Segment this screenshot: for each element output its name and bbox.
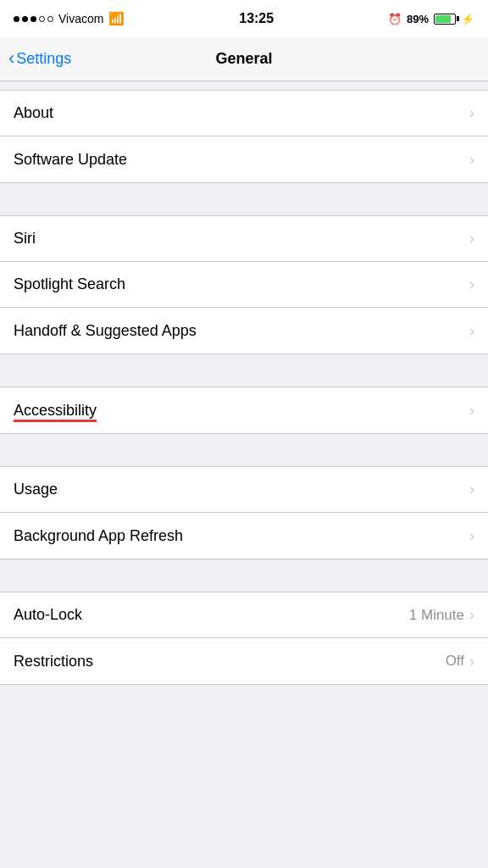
restrictions-chevron-icon: › bbox=[469, 653, 474, 670]
battery-fill bbox=[435, 15, 451, 23]
list-item-about[interactable]: About › bbox=[0, 91, 488, 136]
signal-dots bbox=[14, 16, 53, 22]
carrier-label: Vivacom bbox=[58, 12, 103, 25]
accessibility-chevron-icon: › bbox=[469, 402, 474, 420]
usage-label: Usage bbox=[14, 481, 58, 498]
background-app-refresh-label: Background App Refresh bbox=[14, 527, 183, 545]
section-1: About › Software Update › bbox=[0, 90, 488, 183]
handoff-chevron-icon: › bbox=[469, 322, 474, 340]
section-gap-top bbox=[0, 81, 488, 90]
list-item-handoff[interactable]: Handoff & Suggested Apps › bbox=[0, 308, 488, 353]
dot3 bbox=[30, 16, 36, 22]
usage-chevron-icon: › bbox=[469, 481, 474, 498]
settings-content: About › Software Update › Siri › bbox=[0, 81, 488, 685]
status-right: ⏰ 89% ⚡ bbox=[388, 13, 474, 25]
handoff-label: Handoff & Suggested Apps bbox=[14, 322, 197, 340]
alarm-icon: ⏰ bbox=[388, 13, 402, 25]
list-item-restrictions[interactable]: Restrictions Off › bbox=[0, 638, 488, 684]
siri-label: Siri bbox=[14, 230, 36, 248]
section-2: Siri › Spotlight Search › Handoff & Sugg… bbox=[0, 215, 488, 354]
siri-chevron-icon: › bbox=[469, 230, 474, 248]
dot2 bbox=[22, 16, 28, 22]
battery-icon bbox=[434, 14, 456, 25]
section-3: Accessibility › bbox=[0, 387, 488, 434]
section-gap-1 bbox=[0, 183, 488, 215]
back-label: Settings bbox=[16, 50, 71, 68]
section-gap-4 bbox=[0, 559, 488, 592]
auto-lock-value: 1 Minute bbox=[409, 607, 464, 624]
section-5: Auto-Lock 1 Minute › Restrictions Off › bbox=[0, 592, 488, 685]
battery-percent: 89% bbox=[407, 13, 429, 25]
spotlight-search-chevron-icon: › bbox=[469, 275, 474, 293]
auto-lock-label: Auto-Lock bbox=[14, 606, 82, 624]
background-app-refresh-chevron-icon: › bbox=[469, 527, 474, 545]
back-button[interactable]: ‹ Settings bbox=[8, 50, 71, 68]
list-item-background-app-refresh[interactable]: Background App Refresh › bbox=[0, 513, 488, 559]
accessibility-underlined: Accessibility bbox=[14, 402, 97, 420]
navigation-bar: ‹ Settings General bbox=[0, 37, 488, 81]
status-left: Vivacom 📶 bbox=[14, 11, 125, 26]
list-item-siri[interactable]: Siri › bbox=[0, 216, 488, 262]
restrictions-value: Off bbox=[446, 653, 464, 670]
spotlight-search-label: Spotlight Search bbox=[14, 275, 125, 293]
about-chevron-icon: › bbox=[469, 104, 474, 122]
charge-icon: ⚡ bbox=[461, 13, 474, 25]
accessibility-label: Accessibility bbox=[14, 402, 97, 420]
auto-lock-chevron-icon: › bbox=[469, 606, 474, 624]
dot5 bbox=[47, 16, 53, 22]
back-chevron-icon: ‹ bbox=[8, 49, 14, 68]
restrictions-label: Restrictions bbox=[14, 653, 93, 670]
software-update-chevron-icon: › bbox=[469, 151, 474, 169]
list-item-spotlight-search[interactable]: Spotlight Search › bbox=[0, 262, 488, 308]
status-time: 13:25 bbox=[239, 11, 274, 26]
list-item-software-update[interactable]: Software Update › bbox=[0, 136, 488, 182]
section-gap-2 bbox=[0, 354, 488, 387]
dot1 bbox=[14, 16, 19, 22]
list-item-auto-lock[interactable]: Auto-Lock 1 Minute › bbox=[0, 593, 488, 638]
page-title: General bbox=[215, 50, 272, 68]
list-item-usage[interactable]: Usage › bbox=[0, 467, 488, 513]
list-item-accessibility[interactable]: Accessibility › bbox=[0, 387, 488, 433]
software-update-label: Software Update bbox=[14, 151, 127, 169]
about-label: About bbox=[14, 104, 53, 122]
wifi-icon: 📶 bbox=[108, 11, 125, 26]
section-gap-3 bbox=[0, 434, 488, 466]
section-4: Usage › Background App Refresh › bbox=[0, 466, 488, 559]
status-bar: Vivacom 📶 13:25 ⏰ 89% ⚡ bbox=[0, 0, 488, 37]
dot4 bbox=[39, 16, 45, 22]
